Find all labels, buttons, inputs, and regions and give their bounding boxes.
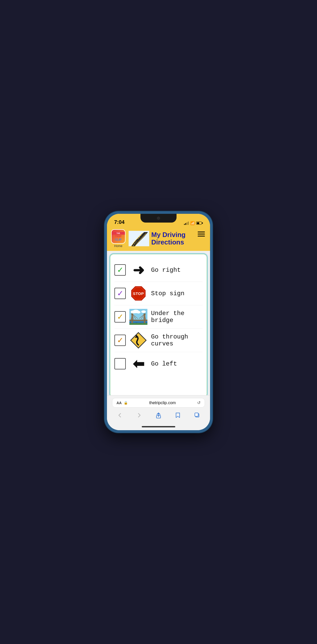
page-title-area: My DrivingDirections xyxy=(151,231,186,246)
direction-item-go-right: ✓ ➜ Go right xyxy=(114,258,203,282)
svg-rect-21 xyxy=(131,313,133,315)
direction-item-go-left: ⬅ Go left xyxy=(114,352,203,375)
bookmark-button[interactable] xyxy=(172,411,183,420)
arrow-left-icon: ⬅ xyxy=(129,355,147,373)
status-icons: 📶 xyxy=(184,221,203,226)
phone-screen: 7:04 📶 THE TRIP xyxy=(107,214,210,430)
home-link[interactable]: Home xyxy=(114,244,122,248)
browser-nav xyxy=(112,410,205,421)
svg-rect-23 xyxy=(129,323,147,325)
logo-top-text: THE xyxy=(112,232,125,235)
direction-item-under-bridge: ✓ xyxy=(114,305,203,329)
hamburger-menu-button[interactable] xyxy=(197,229,206,239)
logo-badge: THE TRIP CLIP xyxy=(111,229,126,244)
direction-label-go-curves: Go through curves xyxy=(151,333,203,347)
back-button[interactable] xyxy=(114,411,126,420)
checkbox-go-right[interactable]: ✓ xyxy=(114,264,126,276)
status-bar: 7:04 📶 xyxy=(107,214,210,227)
direction-label-go-right: Go right xyxy=(151,267,181,274)
direction-label-stop-sign: Stop sign xyxy=(151,290,185,297)
aa-button[interactable]: AA xyxy=(116,401,122,405)
curves-sign-icon xyxy=(129,331,147,349)
svg-text:STOP: STOP xyxy=(133,291,144,296)
checkbox-stop-sign[interactable]: ✓ xyxy=(114,288,126,299)
browser-bar: AA 🔒 thetripclip.com ↺ xyxy=(107,395,210,423)
checkmark-yellow: ✓ xyxy=(117,313,123,321)
battery-icon xyxy=(196,222,203,225)
svg-rect-22 xyxy=(144,313,146,315)
notch xyxy=(140,214,177,223)
forward-button[interactable] xyxy=(134,411,145,420)
svg-rect-28 xyxy=(195,413,198,416)
svg-rect-20 xyxy=(129,320,147,321)
app-header: THE TRIP CLIP Home xyxy=(107,227,210,251)
status-time: 7:04 xyxy=(114,219,124,226)
checkbox-go-curves[interactable]: ✓ xyxy=(114,335,126,346)
url-bar[interactable]: AA 🔒 thetripclip.com ↺ xyxy=(112,398,205,408)
logo-area[interactable]: THE TRIP CLIP Home xyxy=(111,229,126,248)
url-text[interactable]: thetripclip.com xyxy=(130,401,195,405)
header-title-area: My DrivingDirections xyxy=(129,231,197,246)
svg-point-8 xyxy=(141,310,146,313)
home-bar xyxy=(142,426,175,427)
bridge-icon xyxy=(129,308,147,326)
checkmark-purple: ✓ xyxy=(117,290,123,297)
camera xyxy=(157,217,160,220)
arrow-right-icon: ➜ xyxy=(129,261,147,279)
signal-icon xyxy=(184,221,189,225)
road-image xyxy=(129,231,149,246)
home-indicator xyxy=(107,423,210,430)
checkbox-under-bridge[interactable]: ✓ xyxy=(114,311,126,323)
directions-card: ✓ ➜ Go right ✓ xyxy=(110,253,207,395)
logo-line1: TRIP xyxy=(115,235,121,238)
svg-marker-24 xyxy=(131,333,146,348)
tabs-button[interactable] xyxy=(191,411,203,420)
checkbox-go-left[interactable] xyxy=(114,358,126,369)
logo-line2: CLIP xyxy=(115,238,121,241)
lock-icon: 🔒 xyxy=(124,401,128,405)
checkmark-green: ✓ xyxy=(117,266,123,274)
svg-point-7 xyxy=(136,311,140,313)
stop-sign-icon: STOP xyxy=(129,284,147,302)
direction-label-under-bridge: Under the bridge xyxy=(151,310,203,324)
direction-label-go-left: Go left xyxy=(151,360,177,367)
direction-item-stop-sign: ✓ STOP Stop sign xyxy=(114,282,203,305)
wifi-icon: 📶 xyxy=(190,221,195,225)
reload-button[interactable]: ↺ xyxy=(197,400,201,405)
direction-item-go-curves: ✓ Go through curves xyxy=(114,329,203,352)
checkmark-orange: ✓ xyxy=(117,336,123,344)
content-area: ✓ ➜ Go right ✓ xyxy=(107,251,210,395)
share-button[interactable] xyxy=(153,411,164,420)
phone-frame: 7:04 📶 THE TRIP xyxy=(104,211,213,433)
page-title: My DrivingDirections xyxy=(151,231,186,246)
